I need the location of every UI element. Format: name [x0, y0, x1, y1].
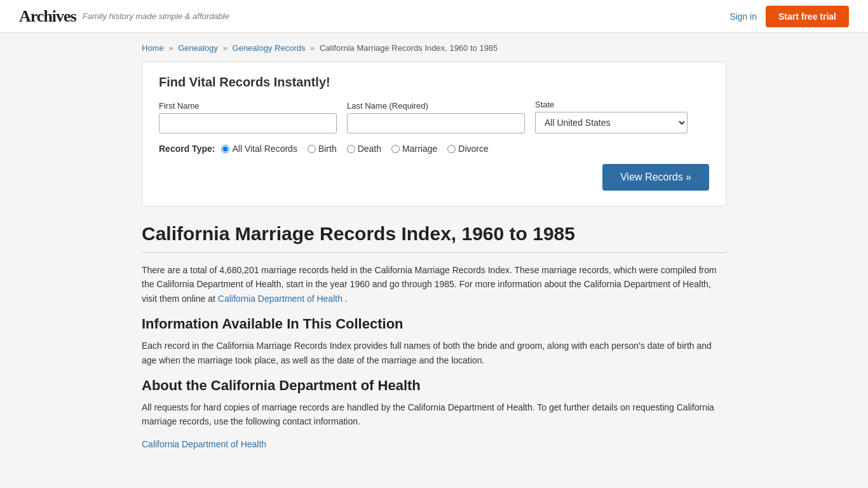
- record-type-birth-radio[interactable]: [308, 145, 316, 153]
- ca-dept-health-link-inline[interactable]: California Department of Health: [218, 294, 345, 304]
- article-divider: [142, 252, 726, 253]
- ca-dept-health-link[interactable]: California Department of Health: [142, 439, 266, 449]
- state-label: State: [535, 100, 688, 109]
- article-title: California Marriage Records Index, 1960 …: [142, 223, 726, 245]
- search-box: Find Vital Records Instantly! First Name…: [142, 62, 726, 207]
- state-select[interactable]: All United States California New York Te…: [535, 112, 688, 133]
- search-actions: View Records »: [159, 164, 709, 191]
- record-type-birth[interactable]: Birth: [308, 144, 337, 154]
- view-records-button[interactable]: View Records »: [602, 164, 709, 191]
- record-type-marriage-label: Marriage: [402, 144, 437, 154]
- section1-text: Each record in the California Marriage R…: [142, 339, 726, 367]
- first-name-input[interactable]: [159, 113, 337, 133]
- state-group: State All United States California New Y…: [535, 100, 688, 133]
- search-fields: First Name Last Name (Required) State Al…: [159, 100, 709, 133]
- article-intro-period: .: [345, 294, 348, 304]
- article-intro-paragraph: There are a total of 4,680,201 marriage …: [142, 263, 726, 306]
- main-content: Home » Genealogy » Genealogy Records » C…: [129, 33, 739, 475]
- breadcrumb-current: California Marriage Records Index, 1960 …: [320, 43, 498, 53]
- last-name-input[interactable]: [347, 113, 525, 133]
- search-title: Find Vital Records Instantly!: [159, 75, 709, 90]
- section2-text: All requests for hard copies of marriage…: [142, 400, 726, 429]
- record-type-marriage[interactable]: Marriage: [391, 144, 437, 154]
- header-left: Archives Family history made simple & af…: [19, 7, 229, 26]
- breadcrumb: Home » Genealogy » Genealogy Records » C…: [142, 43, 726, 53]
- record-type-all[interactable]: All Vital Records: [221, 144, 297, 154]
- record-type-death[interactable]: Death: [347, 144, 381, 154]
- first-name-group: First Name: [159, 101, 337, 133]
- record-type-divorce-label: Divorce: [458, 144, 488, 154]
- record-type-divorce[interactable]: Divorce: [447, 144, 488, 154]
- record-type-label: Record Type:: [159, 144, 215, 154]
- record-type-death-label: Death: [358, 144, 381, 154]
- breadcrumb-sep-2: »: [223, 43, 227, 53]
- sign-in-link[interactable]: Sign in: [729, 11, 757, 22]
- record-type-all-label: All Vital Records: [232, 144, 297, 154]
- section2-title: About the California Department of Healt…: [142, 377, 726, 394]
- breadcrumb-sep-1: »: [168, 43, 173, 53]
- record-type-row: Record Type: All Vital Records Birth Dea…: [159, 144, 709, 154]
- record-type-all-radio[interactable]: [221, 145, 229, 153]
- breadcrumb-genealogy[interactable]: Genealogy: [178, 43, 218, 53]
- record-type-birth-label: Birth: [318, 144, 337, 154]
- last-name-label: Last Name (Required): [347, 101, 525, 111]
- header-right: Sign in Start free trial: [729, 6, 849, 27]
- record-type-death-radio[interactable]: [347, 145, 355, 153]
- start-trial-button[interactable]: Start free trial: [766, 6, 849, 27]
- record-type-marriage-radio[interactable]: [391, 145, 400, 153]
- breadcrumb-home[interactable]: Home: [142, 43, 164, 53]
- record-type-divorce-radio[interactable]: [447, 145, 456, 153]
- section1-title: Information Available In This Collection: [142, 316, 726, 332]
- last-name-group: Last Name (Required): [347, 101, 525, 133]
- breadcrumb-sep-3: »: [310, 43, 315, 53]
- header: Archives Family history made simple & af…: [0, 0, 868, 33]
- breadcrumb-genealogy-records[interactable]: Genealogy Records: [233, 43, 306, 53]
- site-logo: Archives: [19, 7, 76, 26]
- first-name-label: First Name: [159, 101, 337, 111]
- site-tagline: Family history made simple & affordable: [83, 11, 229, 21]
- article-body: California Marriage Records Index, 1960 …: [142, 223, 726, 449]
